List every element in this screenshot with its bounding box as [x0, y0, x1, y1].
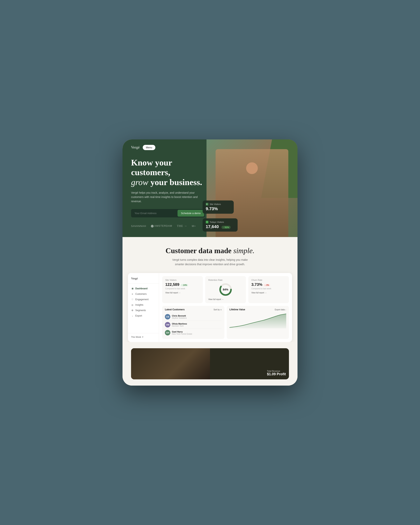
partner-amsterdam: Amsterdam: [151, 224, 172, 227]
dashboard-icon: ⊞: [131, 287, 134, 290]
site-visitors-card: Site Visitors 122,589 ↑ 24% Compared to …: [162, 276, 203, 303]
partner-the: the →: [177, 224, 187, 228]
engagement-icon: ♡: [131, 298, 134, 301]
section-description: Vergé turns complex data into clear insi…: [169, 258, 251, 267]
section-customer-data: Customer data made simple. Vergé turns c…: [122, 237, 298, 267]
dashboard-card: Vergé ⊞ Dashboard ≡ Customers ♡: [128, 273, 292, 342]
lifetime-chart-area: [229, 313, 286, 328]
conversion-value: 9.73%: [206, 206, 231, 211]
site-visitors-compare: Compared to last week: [165, 288, 200, 290]
export-icon: ↓: [131, 314, 134, 317]
lifetime-title: Lifetime Value: [229, 308, 245, 311]
sidebar: Vergé ⊞ Dashboard ≡ Customers ♡: [128, 273, 159, 342]
chevron-down-icon: ∨: [142, 336, 143, 338]
churn-badge: ↓ 3%: [263, 284, 270, 286]
customer-name: Gael Harry: [172, 330, 192, 333]
section-bottom: Total Revenue $1.09 Profit: [122, 342, 298, 385]
site-visitors-label: Site Visitors: [165, 279, 200, 281]
sidebar-logo: Vergé: [128, 277, 159, 283]
retention-label: Retention Rate: [208, 279, 243, 281]
customer-company: NexGen Tech: [172, 325, 187, 327]
main-content: Site Visitors 122,589 ↑ 24% Compared to …: [159, 273, 292, 342]
churn-value: 3.73% ↓ 3%: [252, 282, 286, 287]
partners-row: SAVANNAH Amsterdam the → M+: [131, 224, 213, 228]
visitors-card: ● Todays Visitors 17,640 ↑ 51%: [203, 218, 238, 232]
sort-chevron-icon: ∨: [220, 309, 222, 311]
partner-m: M+: [192, 225, 196, 227]
avatar: CB: [165, 314, 170, 319]
conversion-rate-card: ▶ Site Visitors 9.73%: [203, 200, 234, 214]
hero-content: Know your customers, grow your business.…: [131, 158, 213, 228]
site-visitors-value: 122,589 ↑ 24%: [165, 282, 200, 287]
sidebar-nav: ⊞ Dashboard ≡ Customers ♡ Engagement: [128, 286, 159, 333]
sidebar-item-engagement[interactable]: ♡ Engagement: [128, 297, 159, 302]
visitors-value: 17,640 ↑ 51%: [206, 224, 234, 229]
site-visitors-link[interactable]: View full report →: [165, 292, 200, 294]
sidebar-footer: This Week ∨: [128, 333, 159, 338]
metrics-row: Site Visitors 122,589 ↑ 24% Compared to …: [162, 276, 289, 303]
this-week-selector[interactable]: This Week ∨: [131, 336, 156, 338]
conversion-icon: ▶: [206, 203, 208, 206]
bottom-person-image: [131, 348, 210, 379]
customer-company: New York Forest Estate: [172, 333, 192, 335]
insights-icon: ◎: [131, 303, 134, 306]
hero-subtitle: Vergé helps you track, analyze, and unde…: [131, 191, 205, 204]
bottom-row: Latest Customers Sort by ∨ CB Chris Benn…: [162, 306, 289, 339]
avatar: GH: [165, 330, 170, 335]
sidebar-item-export[interactable]: ↓ Export: [128, 313, 159, 319]
churn-link[interactable]: View full report →: [252, 292, 286, 294]
sidebar-item-segments[interactable]: ⚙ Segments: [128, 308, 159, 313]
sort-by-button[interactable]: Sort by ∨: [214, 309, 222, 311]
retention-value: 84%: [223, 288, 228, 291]
churn-rate-card: Churn Rate 3.73% ↓ 3% Compared to last w…: [248, 276, 289, 303]
visitors-badge: ↑ 51%: [222, 226, 230, 229]
site-visitors-badge: ↑ 24%: [180, 284, 188, 286]
email-form: Schedule a demo: [131, 209, 205, 217]
customer-company: Skyline Solutions: [172, 317, 187, 319]
latest-customers-card: Latest Customers Sort by ∨ CB Chris Benn…: [162, 306, 224, 339]
retention-rate-card: Retention Rate 84% View full report →: [205, 276, 246, 303]
dashboard-preview: Vergé ⊞ Dashboard ≡ Customers ♡: [122, 273, 298, 342]
brand-logo: Vergé: [131, 145, 140, 150]
visitors-icon: ●: [206, 221, 208, 223]
email-input[interactable]: [132, 210, 177, 217]
menu-button[interactable]: Menu: [143, 145, 155, 150]
hero-image-area: ▶ Site Visitors 9.73% ● Todays Visitors …: [206, 140, 298, 237]
customer-name: Olivia Martinez: [172, 323, 187, 325]
photo-face: [246, 162, 258, 174]
retention-link[interactable]: View full report →: [208, 298, 243, 300]
churn-compare: Compared to last week: [252, 288, 286, 290]
bottom-preview: Total Revenue $1.09 Profit: [131, 348, 289, 379]
avatar: OM: [165, 322, 170, 328]
sidebar-item-customers[interactable]: ≡ Customers: [128, 291, 159, 297]
export-data-button[interactable]: Export data ↓: [275, 309, 286, 311]
latest-customers-title: Latest Customers: [165, 308, 185, 311]
section-title: Customer data made simple.: [131, 246, 289, 255]
schedule-demo-button[interactable]: Schedule a demo: [177, 210, 204, 217]
churn-label: Churn Rate: [252, 279, 286, 281]
table-row: OM Olivia Martinez NexGen Tech: [165, 321, 222, 329]
sidebar-item-insights[interactable]: ◎ Insights: [128, 302, 159, 308]
segments-icon: ⚙: [131, 309, 134, 312]
table-row: GH Gael Harry New York Forest Estate: [165, 329, 222, 337]
customer-name: Chris Bennett: [172, 315, 187, 317]
table-row: CB Chris Bennett Skyline Solutions: [165, 313, 222, 321]
retention-donut: 84%: [208, 283, 243, 296]
hero-title: Know your customers, grow your business.: [131, 158, 213, 188]
bottom-stats: Total Revenue $1.09 Profit: [267, 370, 286, 376]
customers-icon: ≡: [131, 293, 134, 295]
lifetime-value-card: Lifetime Value Export data ↓: [227, 306, 289, 339]
partner-savannah: SAVANNAH: [131, 225, 146, 227]
sidebar-item-dashboard[interactable]: ⊞ Dashboard: [128, 286, 159, 291]
lifetime-chart-svg: [229, 313, 286, 328]
